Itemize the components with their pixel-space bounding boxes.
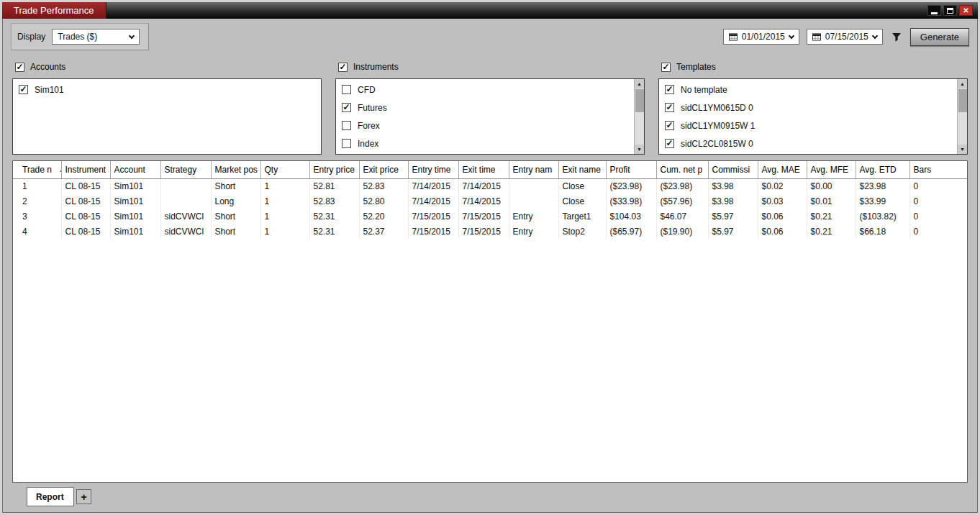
checkbox-icon[interactable] <box>665 85 674 94</box>
column-header-strategy[interactable]: Strategy <box>160 161 211 178</box>
table-cell: Short <box>211 224 260 239</box>
table-cell: 1 <box>260 224 309 239</box>
window-title-tab[interactable]: Trade Performance <box>2 2 106 19</box>
column-header-cum-net-p[interactable]: Cum. net p <box>656 161 708 178</box>
table-cell: ($23.98) <box>656 178 708 193</box>
table-cell: Entry <box>509 209 558 224</box>
display-select[interactable]: Trades ($) <box>52 29 140 45</box>
window-controls: ✕ <box>927 2 978 19</box>
table-cell: Target1 <box>558 209 606 224</box>
column-header-exit-price[interactable]: Exit price <box>359 161 408 178</box>
minimize-icon <box>931 12 938 14</box>
column-header-entry-time[interactable]: Entry time <box>408 161 458 178</box>
scroll-down-icon[interactable]: ▼ <box>958 145 968 154</box>
table-cell <box>160 178 211 193</box>
minimize-button[interactable] <box>927 5 941 16</box>
titlebar: Trade Performance ✕ <box>2 2 978 19</box>
templates-listbox[interactable]: No templatesidCL1YM0615D 0sidCL1YM0915W … <box>658 78 968 155</box>
scrollbar[interactable]: ▲ ▼ <box>957 79 967 154</box>
column-header-profit[interactable]: Profit <box>606 161 656 178</box>
accounts-checkbox[interactable] <box>15 63 24 72</box>
checkbox-icon[interactable] <box>19 85 28 94</box>
column-header-label: Entry time <box>412 165 451 175</box>
scroll-up-icon[interactable]: ▲ <box>958 79 968 88</box>
table-cell: sidCVWCl <box>160 224 211 239</box>
column-header-label: Avg. MAE <box>762 165 800 175</box>
scrollbar[interactable]: ▲ ▼ <box>634 79 644 154</box>
table-cell: CL 08-15 <box>61 178 110 193</box>
date-to-select[interactable]: 07/15/2015 <box>807 29 883 45</box>
scroll-up-icon[interactable]: ▲ <box>635 79 645 88</box>
column-header-commissi[interactable]: Commissi <box>708 161 758 178</box>
scroll-down-icon[interactable]: ▼ <box>635 145 645 154</box>
checkbox-icon[interactable] <box>665 121 674 130</box>
accounts-label: Accounts <box>30 62 65 72</box>
scrollbar-thumb[interactable] <box>958 89 967 112</box>
column-header-market-pos[interactable]: Market pos <box>211 161 260 178</box>
table-cell: $33.99 <box>856 193 909 209</box>
checkbox-icon[interactable] <box>342 121 351 130</box>
checkbox-icon[interactable] <box>665 103 674 112</box>
generate-button[interactable]: Generate <box>910 28 969 46</box>
checkbox-icon[interactable] <box>342 139 351 148</box>
column-header-avg-mfe[interactable]: Avg. MFE <box>807 161 856 178</box>
table-row[interactable]: 2CL 08-15Sim101Long152.8352.807/14/20157… <box>13 193 967 209</box>
table-row[interactable]: 1CL 08-15Sim101Short152.8152.837/14/2015… <box>13 178 967 193</box>
list-item[interactable]: Forex <box>336 117 634 135</box>
close-button[interactable]: ✕ <box>959 5 973 16</box>
column-header-trade-n[interactable]: Trade n▲ <box>13 161 61 178</box>
window-title: Trade Performance <box>14 5 94 16</box>
column-header-instrument[interactable]: Instrument <box>61 161 110 178</box>
list-item[interactable]: Sim101 <box>13 81 321 99</box>
column-header-account[interactable]: Account <box>110 161 160 178</box>
list-item[interactable]: sidCL1YM0615D 0 <box>659 99 957 117</box>
column-header-exit-time[interactable]: Exit time <box>458 161 509 178</box>
list-item[interactable]: Futures <box>336 99 634 117</box>
checkbox-icon[interactable] <box>342 85 351 94</box>
table-cell: CL 08-15 <box>61 193 110 209</box>
table-cell: 2 <box>13 193 61 209</box>
instruments-checkbox[interactable] <box>338 63 348 72</box>
table-cell: sidCVWCl <box>160 209 211 224</box>
column-header-entry-nam[interactable]: Entry nam <box>509 161 558 178</box>
column-header-label: Avg. ETD <box>860 165 897 175</box>
column-header-qty[interactable]: Qty <box>260 161 309 178</box>
list-item[interactable]: sidCL1YM0915W 1 <box>659 117 957 135</box>
list-item[interactable]: Index <box>336 135 634 152</box>
column-header-label: Profit <box>610 165 630 175</box>
column-header-bars[interactable]: Bars <box>909 161 967 178</box>
bottom-tabbar: Report + <box>2 483 978 513</box>
column-header-avg-etd[interactable]: Avg. ETD <box>856 161 909 178</box>
table-cell: Long <box>211 193 260 209</box>
calendar-icon <box>729 32 738 41</box>
table-cell: $5.97 <box>708 209 758 224</box>
date-from-select[interactable]: 01/01/2015 <box>723 29 799 45</box>
accounts-listbox[interactable]: Sim101 <box>12 78 322 155</box>
list-item-label: Forex <box>358 121 380 131</box>
list-item[interactable]: CFD <box>336 81 634 99</box>
list-item-label: No template <box>681 85 727 95</box>
checkbox-icon[interactable] <box>342 103 351 112</box>
templates-checkbox[interactable] <box>661 63 671 72</box>
instruments-listbox[interactable]: CFDFuturesForexIndex ▲ ▼ <box>335 78 645 155</box>
table-cell: $0.06 <box>758 209 807 224</box>
table-cell: ($65.97) <box>606 224 656 239</box>
column-header-label: Strategy <box>165 165 197 175</box>
column-header-avg-mae[interactable]: Avg. MAE <box>758 161 807 178</box>
tab-report[interactable]: Report <box>27 487 74 506</box>
scrollbar-thumb[interactable] <box>635 89 644 112</box>
list-item[interactable]: sidCL2CL0815W 0 <box>659 135 957 152</box>
list-item[interactable]: No template <box>659 81 957 99</box>
list-item-label: sidCL1YM0915W 1 <box>681 121 755 131</box>
add-tab-button[interactable]: + <box>76 489 91 504</box>
table-row[interactable]: 3CL 08-15Sim101sidCVWClShort152.3152.207… <box>13 209 967 224</box>
trades-grid: Trade n▲InstrumentAccountStrategyMarket … <box>13 161 967 239</box>
table-cell: 52.81 <box>309 178 359 193</box>
column-header-exit-name[interactable]: Exit name <box>558 161 606 178</box>
checkbox-icon[interactable] <box>665 139 674 148</box>
column-header-entry-price[interactable]: Entry price <box>309 161 359 178</box>
filter-button[interactable] <box>890 29 903 45</box>
table-row[interactable]: 4CL 08-15Sim101sidCVWClShort152.3152.377… <box>13 224 967 239</box>
toolbar-right: 01/01/2015 07/15/2015 Generate <box>723 28 969 46</box>
maximize-button[interactable] <box>943 5 957 16</box>
